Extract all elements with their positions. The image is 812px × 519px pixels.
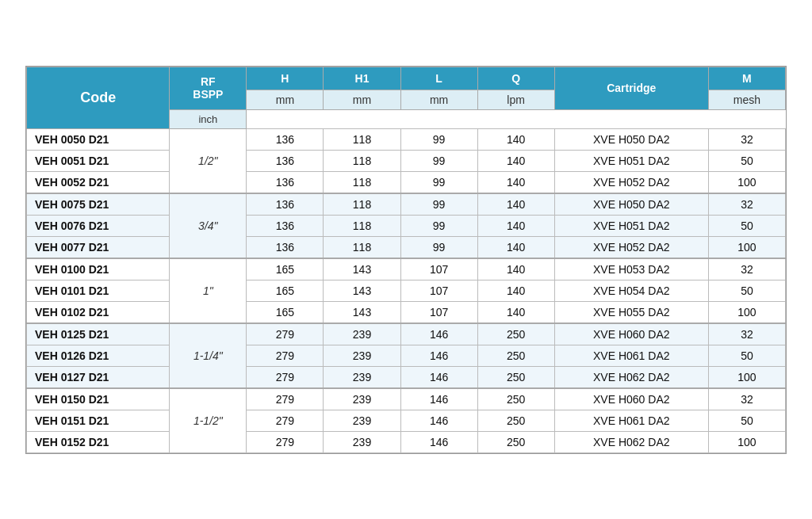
m-cell: 32 xyxy=(708,128,785,150)
col-header-q: Q xyxy=(477,67,554,90)
table-row: VEH 0076 D2113611899140XVE H051 DA250 xyxy=(27,215,786,236)
cartridge-cell: XVE H053 DA2 xyxy=(554,258,708,280)
col-sub-l: mm xyxy=(400,90,477,109)
m-cell: 32 xyxy=(708,258,785,280)
q-cell: 140 xyxy=(477,193,554,216)
code-cell: VEH 0127 D21 xyxy=(27,366,170,388)
h-cell: 136 xyxy=(247,171,324,193)
size-cell: 1-1/4" xyxy=(170,323,247,388)
q-cell: 250 xyxy=(477,431,554,452)
m-cell: 100 xyxy=(708,236,785,258)
h1-cell: 118 xyxy=(324,215,400,236)
m-cell: 50 xyxy=(708,410,785,431)
h1-cell: 118 xyxy=(324,236,400,258)
h1-cell: 143 xyxy=(324,280,400,301)
h1-cell: 239 xyxy=(324,345,400,366)
h-cell: 279 xyxy=(247,323,324,345)
h-cell: 279 xyxy=(247,388,324,410)
h1-cell: 118 xyxy=(324,193,400,216)
table-row: VEH 0100 D211"165143107140XVE H053 DA232 xyxy=(27,258,786,280)
code-cell: VEH 0152 D21 xyxy=(27,431,170,452)
h-cell: 165 xyxy=(247,258,324,280)
code-cell: VEH 0151 D21 xyxy=(27,410,170,431)
l-cell: 99 xyxy=(400,171,477,193)
l-cell: 99 xyxy=(400,128,477,150)
cartridge-cell: XVE H051 DA2 xyxy=(554,150,708,171)
h1-cell: 118 xyxy=(324,128,400,150)
q-cell: 250 xyxy=(477,323,554,345)
q-cell: 140 xyxy=(477,280,554,301)
cartridge-cell: XVE H061 DA2 xyxy=(554,345,708,366)
m-cell: 100 xyxy=(708,366,785,388)
code-cell: VEH 0075 D21 xyxy=(27,193,170,216)
cartridge-cell: XVE H054 DA2 xyxy=(554,280,708,301)
cartridge-cell: XVE H062 DA2 xyxy=(554,366,708,388)
q-cell: 140 xyxy=(477,171,554,193)
cartridge-cell: XVE H051 DA2 xyxy=(554,215,708,236)
l-cell: 146 xyxy=(400,345,477,366)
h-cell: 279 xyxy=(247,410,324,431)
size-cell: 1-1/2" xyxy=(170,388,247,453)
table-row: VEH 0052 D2113611899140XVE H052 DA2100 xyxy=(27,171,786,193)
cartridge-cell: XVE H052 DA2 xyxy=(554,236,708,258)
table-row: VEH 0125 D211-1/4"279239146250XVE H060 D… xyxy=(27,323,786,345)
size-cell: 1/2" xyxy=(170,128,247,193)
q-cell: 140 xyxy=(477,215,554,236)
cartridge-cell: XVE H060 DA2 xyxy=(554,323,708,345)
cartridge-cell: XVE H050 DA2 xyxy=(554,193,708,216)
m-cell: 100 xyxy=(708,171,785,193)
h1-cell: 239 xyxy=(324,410,400,431)
m-cell: 100 xyxy=(708,301,785,323)
h-cell: 279 xyxy=(247,345,324,366)
cartridge-cell: XVE H060 DA2 xyxy=(554,388,708,410)
col-header-l: L xyxy=(400,67,477,90)
q-cell: 140 xyxy=(477,236,554,258)
h1-cell: 239 xyxy=(324,323,400,345)
h-cell: 165 xyxy=(247,301,324,323)
cartridge-cell: XVE H055 DA2 xyxy=(554,301,708,323)
code-cell: VEH 0126 D21 xyxy=(27,345,170,366)
h-cell: 136 xyxy=(247,128,324,150)
m-cell: 32 xyxy=(708,388,785,410)
h1-cell: 143 xyxy=(324,258,400,280)
col-header-h: H xyxy=(247,67,324,90)
m-cell: 100 xyxy=(708,431,785,452)
size-cell: 1" xyxy=(170,258,247,323)
l-cell: 107 xyxy=(400,280,477,301)
code-cell: VEH 0150 D21 xyxy=(27,388,170,410)
col-header-h1: H1 xyxy=(324,67,400,90)
q-cell: 140 xyxy=(477,301,554,323)
h-cell: 136 xyxy=(247,193,324,216)
table-row: VEH 0150 D211-1/2"279239146250XVE H060 D… xyxy=(27,388,786,410)
cartridge-cell: XVE H052 DA2 xyxy=(554,171,708,193)
code-cell: VEH 0125 D21 xyxy=(27,323,170,345)
table-row: VEH 0102 D21165143107140XVE H055 DA2100 xyxy=(27,301,786,323)
q-cell: 250 xyxy=(477,388,554,410)
code-cell: VEH 0051 D21 xyxy=(27,150,170,171)
col-sub-h: mm xyxy=(247,90,324,109)
q-cell: 250 xyxy=(477,345,554,366)
h1-cell: 143 xyxy=(324,301,400,323)
q-cell: 250 xyxy=(477,366,554,388)
m-cell: 32 xyxy=(708,193,785,216)
h-cell: 165 xyxy=(247,280,324,301)
h-cell: 279 xyxy=(247,431,324,452)
code-cell: VEH 0052 D21 xyxy=(27,171,170,193)
col-sub-h1: mm xyxy=(324,90,400,109)
table-row: VEH 0101 D21165143107140XVE H054 DA250 xyxy=(27,280,786,301)
l-cell: 99 xyxy=(400,150,477,171)
m-cell: 50 xyxy=(708,280,785,301)
h1-cell: 239 xyxy=(324,366,400,388)
m-cell: 50 xyxy=(708,150,785,171)
code-cell: VEH 0100 D21 xyxy=(27,258,170,280)
col-header-code: Code xyxy=(27,67,170,128)
table-body: VEH 0050 D211/2"13611899140XVE H050 DA23… xyxy=(27,128,786,452)
l-cell: 146 xyxy=(400,366,477,388)
table-row: VEH 0127 D21279239146250XVE H062 DA2100 xyxy=(27,366,786,388)
h-cell: 136 xyxy=(247,150,324,171)
q-cell: 140 xyxy=(477,128,554,150)
table-row: VEH 0050 D211/2"13611899140XVE H050 DA23… xyxy=(27,128,786,150)
l-cell: 146 xyxy=(400,431,477,452)
code-cell: VEH 0101 D21 xyxy=(27,280,170,301)
col-header-cartridge: Cartridge xyxy=(554,67,708,109)
